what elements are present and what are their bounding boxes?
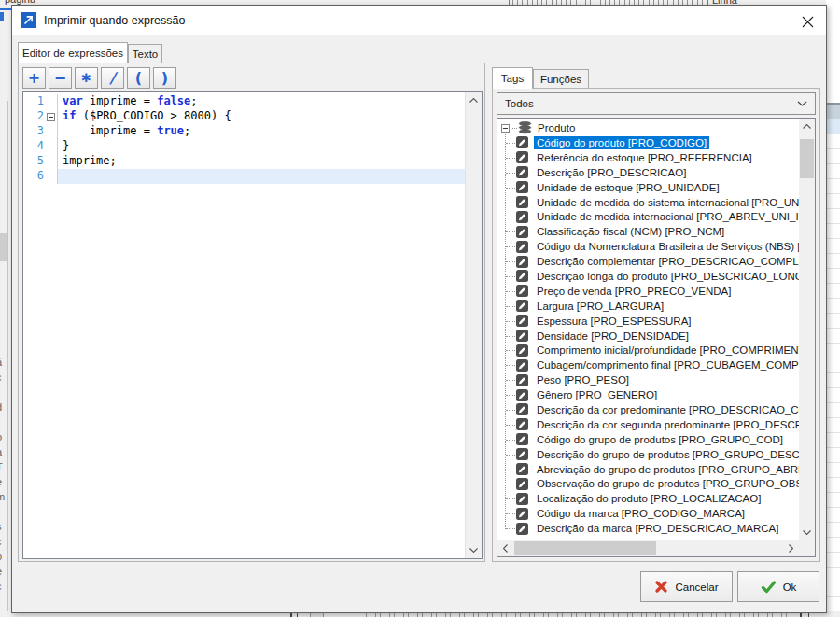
tree-horizontal-scrollbar[interactable]	[497, 540, 799, 556]
print-when-expression-dialog: Imprimir quando expressão Editor de expr…	[11, 5, 827, 613]
tag-pencil-icon	[516, 211, 528, 223]
fold-gutter	[44, 154, 57, 169]
cancel-button[interactable]: Cancelar	[640, 571, 733, 602]
tree-item-24[interactable]: Localização do produto [PRO_LOCALIZACAO]	[497, 491, 799, 506]
tree-connector-stub	[506, 336, 515, 337]
code-line-3: 3 imprime = true;	[23, 124, 466, 139]
tree-item-8[interactable]: Descrição complementar [PRO_DESCRICAO_CO…	[497, 254, 799, 269]
code-text: imprime = true;	[57, 124, 466, 139]
tag-pencil-icon	[516, 508, 528, 520]
tag-filter-combobox[interactable]: Todos	[497, 92, 816, 115]
tree-item-label: Descrição da cor segunda predominante [P…	[534, 418, 799, 431]
bg-clipped-char: d	[0, 401, 2, 413]
tree-connector-stub	[506, 246, 515, 247]
tree-root-produto[interactable]: Produto	[497, 120, 799, 135]
scroll-down-icon[interactable]	[799, 525, 815, 540]
tree-connector-stub	[506, 350, 515, 351]
tree-vertical-scrollbar[interactable]	[799, 119, 815, 540]
tree-item-23[interactable]: Observação do grupo de produtos [PRO_GRU…	[497, 476, 799, 491]
tree-item-label: Preço de venda [PRO_PRECO_VENDA]	[534, 285, 734, 298]
editor-vertical-scrollbar[interactable]	[465, 92, 482, 558]
tree-item-14[interactable]: Comprimento inicial/profundidade [PRO_CO…	[497, 343, 799, 358]
tree-item-12[interactable]: Espessura [PRO_ESPESSURA]	[497, 314, 799, 329]
tag-pencil-icon	[516, 315, 528, 327]
screen: página Linha ácfdfoaTemlscoec Imprimir q…	[0, 0, 840, 617]
close-icon[interactable]	[797, 12, 818, 31]
tree-connector-stub	[506, 261, 515, 262]
bg-clipped-char: c	[0, 581, 2, 592]
tree-item-9[interactable]: Descrição longa do produto [PRO_DESCRICA…	[497, 269, 799, 284]
tree-item-21[interactable]: Descrição do grupo de produtos [PRO_GRUP…	[497, 447, 799, 462]
code-text: }	[57, 139, 466, 154]
tree-item-5[interactable]: Unidade de medida internacional [PRO_ABR…	[497, 209, 799, 224]
operator-button-3[interactable]: /	[101, 67, 124, 89]
operator-button-4[interactable]: (	[127, 67, 150, 89]
line-number: 5	[23, 154, 44, 169]
vertical-scroll-thumb[interactable]	[800, 139, 814, 178]
tree-connector-dots	[511, 128, 517, 129]
tree-item-25[interactable]: Código da marca [PRO_CODIGO_MARCA]	[497, 506, 799, 521]
tree-item-18[interactable]: Descrição da cor predominante [PRO_DESCR…	[497, 402, 799, 417]
operator-button-1[interactable]: −	[49, 67, 72, 89]
bg-clipped-char: á	[0, 357, 2, 368]
tree-item-15[interactable]: Cubagem/comprimento final [PRO_CUBAGEM_C…	[497, 358, 799, 372]
tree-item-2[interactable]: Descrição [PRO_DESCRICAO]	[497, 165, 799, 180]
tree-item-label: Descrição da cor predominante [PRO_DESCR…	[534, 403, 799, 416]
collapse-icon[interactable]	[501, 124, 510, 133]
tree-item-16[interactable]: Peso [PRO_PESO]	[497, 372, 799, 387]
tree-item-6[interactable]: Classificação fiscal (NCM) [PRO_NCM]	[497, 224, 799, 239]
scroll-down-icon[interactable]	[466, 542, 482, 558]
tree-item-26[interactable]: Descrição da marca [PRO_DESCRICAO_MARCA]	[497, 521, 799, 536]
tree-item-3[interactable]: Unidade de estoque [PRO_UNIDADE]	[497, 180, 799, 195]
tree-item-label: Código da Nomenclatura Brasileira de Ser…	[534, 240, 799, 253]
tree-item-label: Cubagem/comprimento final [PRO_CUBAGEM_C…	[534, 358, 799, 372]
tag-pencil-icon	[516, 433, 528, 445]
scroll-up-icon[interactable]	[799, 119, 815, 134]
operator-button-5[interactable]: )	[153, 67, 176, 89]
tree-connector-stub	[506, 395, 515, 396]
bg-right-grid-strip	[826, 0, 840, 617]
horizontal-scroll-thumb[interactable]	[514, 541, 656, 555]
tree-item-1[interactable]: Referência do estoque [PRO_REFERENCIA]	[497, 150, 799, 165]
tag-pencil-icon	[516, 448, 528, 460]
line-number: 1	[23, 94, 44, 109]
tree-item-22[interactable]: Abreviação do grupo de produtos [PRO_GRU…	[497, 462, 799, 477]
ok-button[interactable]: Ok	[737, 571, 819, 602]
bg-left-scroll-thumb	[0, 233, 7, 261]
tree-item-label: Descrição complementar [PRO_DESCRICAO_CO…	[534, 255, 799, 268]
code-text: var imprime = false;	[57, 94, 466, 109]
tab-funcoes[interactable]: Funções	[533, 69, 589, 89]
tree-item-label: Descrição [PRO_DESCRICAO]	[534, 166, 689, 179]
tab-tags[interactable]: Tags	[492, 67, 533, 89]
operator-button-0[interactable]: +	[22, 67, 46, 89]
fold-collapse-icon[interactable]	[44, 109, 57, 124]
line-number: 3	[23, 124, 44, 139]
bg-clipped-char: e	[0, 566, 2, 577]
tree-item-13[interactable]: Densidade [PRO_DENSIDADE]	[497, 329, 799, 344]
tab-texto[interactable]: Texto	[128, 44, 162, 63]
tree-item-label: Unidade de medida do sistema internacion…	[534, 196, 799, 209]
tree-item-4[interactable]: Unidade de medida do sistema internacion…	[497, 195, 799, 210]
tree-connector-stub	[506, 143, 515, 144]
bg-grid-rows	[826, 134, 840, 611]
tree-item-0[interactable]: Código do produto [PRO_CODIGO]	[497, 135, 799, 150]
operator-button-2[interactable]: ✱	[75, 67, 98, 89]
scroll-up-icon[interactable]	[466, 92, 482, 108]
tree-item-11[interactable]: Largura [PRO_LARGURA]	[497, 299, 799, 314]
scroll-right-icon[interactable]	[783, 540, 799, 556]
tree-connector-stub	[506, 470, 515, 470]
line-number: 2	[23, 109, 44, 124]
tag-pencil-icon	[516, 300, 528, 312]
tree-item-20[interactable]: Código do grupo de produtos [PRO_GRUPO_C…	[497, 432, 799, 447]
tree-item-7[interactable]: Código da Nomenclatura Brasileira de Ser…	[497, 239, 799, 254]
expression-code-editor[interactable]: 1var imprime = false;2if ($PRO_CODIGO > …	[22, 91, 483, 559]
tag-pencil-icon	[516, 523, 528, 535]
tree-item-17[interactable]: Gênero [PRO_GENERO]	[497, 387, 799, 402]
tree-item-19[interactable]: Descrição da cor segunda predominante [P…	[497, 417, 799, 432]
tree-connector-stub	[506, 306, 515, 307]
tab-editor-de-expressoes[interactable]: Editor de expressões	[18, 42, 128, 63]
bg-clipped-char: o	[0, 431, 2, 442]
scroll-left-icon[interactable]	[497, 540, 513, 556]
tree-item-label: Unidade de medida internacional [PRO_ABR…	[534, 210, 799, 223]
tree-item-10[interactable]: Preço de venda [PRO_PRECO_VENDA]	[497, 284, 799, 299]
